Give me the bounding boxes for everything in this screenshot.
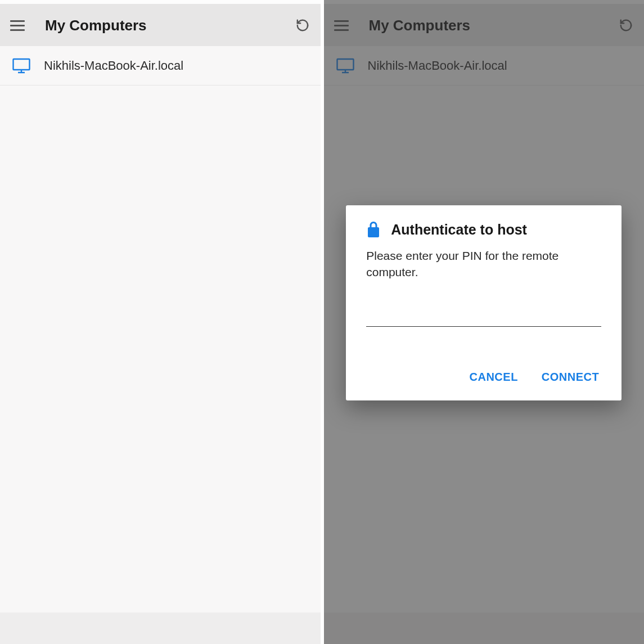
- lock-icon: [366, 221, 381, 238]
- dialog-header: Authenticate to host: [366, 221, 601, 238]
- menu-icon[interactable]: [10, 17, 26, 33]
- appbar: My Computers: [0, 4, 321, 46]
- computer-row[interactable]: Nikhils-MacBook-Air.local: [0, 46, 321, 85]
- connect-button[interactable]: CONNECT: [539, 367, 601, 387]
- monitor-icon: [12, 58, 30, 74]
- cancel-button[interactable]: CANCEL: [467, 367, 520, 387]
- pin-input[interactable]: [366, 306, 601, 327]
- screen-computer-list: My Computers Nikhils-MacBook-Air.local: [0, 0, 322, 644]
- bottom-nav: [0, 613, 321, 644]
- dialog-message: Please enter your PIN for the remote com…: [366, 248, 601, 280]
- dialog-title: Authenticate to host: [391, 222, 527, 238]
- modal-overlay[interactable]: Authenticate to host Please enter your P…: [324, 0, 645, 644]
- status-bar: [0, 0, 321, 4]
- screen-auth-dialog: My Computers Nikhils-MacBook-Air.local: [322, 0, 645, 644]
- dialog-actions: CANCEL CONNECT: [366, 367, 601, 387]
- computer-list: Nikhils-MacBook-Air.local: [0, 46, 321, 613]
- page-title: My Computers: [45, 17, 295, 34]
- svg-rect-0: [13, 59, 30, 70]
- refresh-icon[interactable]: [295, 17, 310, 33]
- computer-name: Nikhils-MacBook-Air.local: [44, 58, 183, 73]
- auth-dialog: Authenticate to host Please enter your P…: [346, 205, 622, 400]
